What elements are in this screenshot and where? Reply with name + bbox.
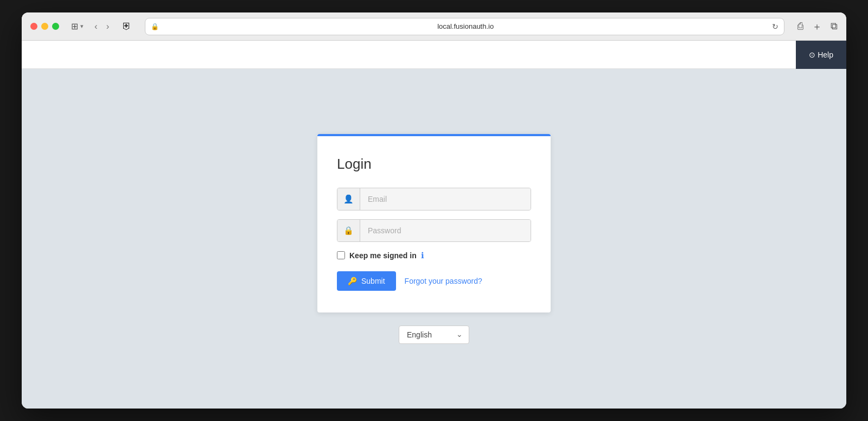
reload-button[interactable]: ↻ xyxy=(772,22,778,31)
chevron-down-icon: ▾ xyxy=(80,23,84,30)
card-body: Login 👤 🔒 Keep me signed in ℹ xyxy=(317,136,551,312)
keep-signed-in-row: Keep me signed in ℹ xyxy=(337,251,531,260)
keep-signed-in-checkbox[interactable] xyxy=(337,251,345,259)
browser-titlebar: ⊞ ▾ ‹ › ⛨ 🔒 local.fusionauth.io ↻ ⎙ ＋ ⧉ xyxy=(22,12,846,41)
email-input-group: 👤 xyxy=(337,188,531,210)
lock-field-icon: 🔒 xyxy=(337,220,360,241)
page-content: Login 👤 🔒 Keep me signed in ℹ xyxy=(22,69,846,409)
sidebar-toggle[interactable]: ⊞ ▾ xyxy=(71,21,84,31)
url-bar[interactable]: 🔒 local.fusionauth.io ↻ xyxy=(145,18,784,35)
lock-icon: 🔒 xyxy=(151,23,159,30)
password-input-group: 🔒 xyxy=(337,219,531,242)
forgot-password-link[interactable]: Forgot your password? xyxy=(405,277,482,285)
language-selector-wrapper: English French German Spanish xyxy=(399,326,469,344)
password-field[interactable] xyxy=(360,220,531,241)
submit-button[interactable]: 🔑 Submit xyxy=(337,271,396,291)
help-button[interactable]: ⊙ Help xyxy=(796,41,846,69)
keep-signed-in-label[interactable]: Keep me signed in xyxy=(349,251,417,260)
browser-actions: ⎙ ＋ ⧉ xyxy=(797,20,838,33)
close-button[interactable] xyxy=(30,23,37,30)
help-bar: ⊙ Help xyxy=(22,41,846,69)
shield-icon: ⛨ xyxy=(122,21,132,32)
traffic-lights xyxy=(30,23,59,30)
language-selector[interactable]: English French German Spanish xyxy=(399,326,469,344)
form-actions: 🔑 Submit Forgot your password? xyxy=(337,271,531,291)
share-icon[interactable]: ⎙ xyxy=(797,21,803,32)
language-select-container: English French German Spanish xyxy=(399,326,469,344)
login-card: Login 👤 🔒 Keep me signed in ℹ xyxy=(317,134,551,312)
info-icon[interactable]: ℹ xyxy=(421,251,424,260)
forward-button[interactable]: › xyxy=(104,20,112,33)
email-field[interactable] xyxy=(360,188,531,210)
nav-buttons: ‹ › xyxy=(92,20,111,33)
key-icon: 🔑 xyxy=(348,277,357,285)
minimize-button[interactable] xyxy=(41,23,48,30)
tabs-icon[interactable]: ⧉ xyxy=(831,21,838,32)
maximize-button[interactable] xyxy=(52,23,59,30)
browser-window: ⊞ ▾ ‹ › ⛨ 🔒 local.fusionauth.io ↻ ⎙ ＋ ⧉ … xyxy=(22,12,846,409)
back-button[interactable]: ‹ xyxy=(92,20,100,33)
login-title: Login xyxy=(337,156,531,173)
new-tab-icon[interactable]: ＋ xyxy=(812,20,822,33)
user-icon: 👤 xyxy=(337,188,360,210)
url-text: local.fusionauth.io xyxy=(162,22,769,30)
sidebar-icon: ⊞ xyxy=(71,21,78,31)
submit-label: Submit xyxy=(361,277,385,285)
